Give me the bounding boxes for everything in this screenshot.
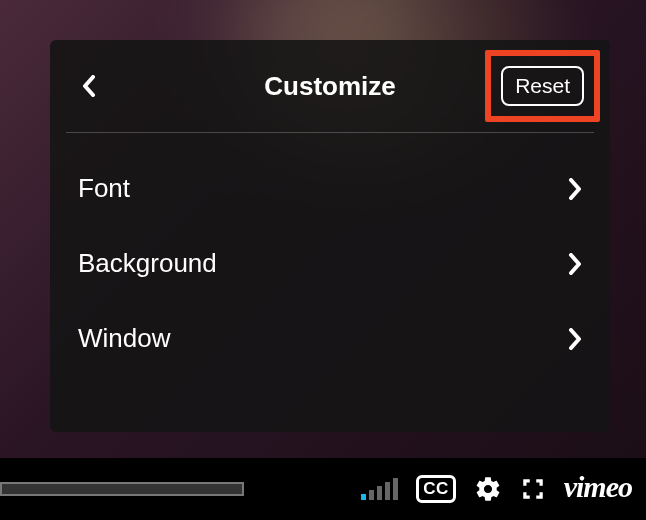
volume-bar-1 — [361, 494, 366, 500]
volume-bar-4 — [385, 482, 390, 500]
vimeo-logo[interactable]: vimeo — [564, 472, 632, 506]
reset-button[interactable]: Reset — [501, 66, 584, 106]
options-list: Font Background Window — [50, 133, 610, 384]
reset-highlight-box: Reset — [485, 50, 600, 122]
chevron-right-icon — [568, 328, 582, 350]
chevron-right-icon — [568, 178, 582, 200]
volume-bar-3 — [377, 486, 382, 500]
settings-button[interactable] — [474, 475, 502, 503]
panel-title: Customize — [264, 71, 395, 102]
closed-captions-button[interactable]: CC — [416, 475, 456, 503]
volume-bar-5 — [393, 478, 398, 500]
option-font[interactable]: Font — [50, 151, 610, 226]
option-label: Background — [78, 248, 217, 279]
option-label: Window — [78, 323, 170, 354]
panel-header: Customize Reset — [50, 40, 610, 132]
player-control-bar: CC vimeo — [0, 458, 646, 520]
option-label: Font — [78, 173, 130, 204]
customize-panel: Customize Reset Font Background Window — [50, 40, 610, 432]
back-button[interactable] — [72, 69, 106, 103]
option-window[interactable]: Window — [50, 301, 610, 376]
chevron-left-icon — [82, 75, 96, 97]
volume-control[interactable] — [361, 478, 398, 500]
gear-icon — [474, 475, 502, 503]
volume-bar-2 — [369, 490, 374, 500]
fullscreen-icon — [520, 476, 546, 502]
fullscreen-button[interactable] — [520, 476, 546, 502]
chevron-right-icon — [568, 253, 582, 275]
option-background[interactable]: Background — [50, 226, 610, 301]
progress-bar[interactable] — [0, 482, 244, 496]
